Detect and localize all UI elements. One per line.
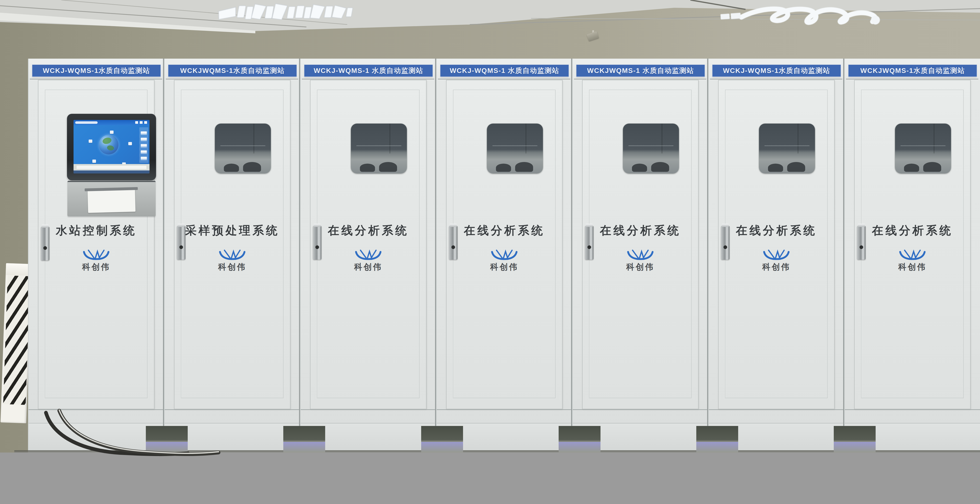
wall-vent-louvers [0, 263, 32, 423]
window-shelf-line [900, 145, 945, 146]
frame-line [30, 79, 162, 79]
base-line [301, 409, 435, 410]
cabinet-7-door: 在线分析系统 科创伟 [854, 80, 970, 409]
water-quality-monitoring-station-room: WCKJ-WQMS-1水质自动监测站 [0, 0, 980, 504]
equipment-silhouette [632, 164, 647, 172]
printer-paper [88, 189, 135, 213]
brand-w-logo-icon [82, 249, 110, 260]
brand-logo-text: 科创伟 [447, 261, 562, 272]
door-handle[interactable] [585, 226, 593, 260]
door-handle[interactable] [721, 226, 730, 260]
nameplate-text: WCKJ-WQMS-1 水质自动监测站 [450, 66, 560, 75]
cabinet-nameplate: WCKJ-WQMS-1水质自动监测站 [713, 65, 841, 76]
printer-slot [67, 181, 156, 216]
sidebar-button [141, 157, 147, 159]
window-reflection [390, 124, 390, 153]
door-handle[interactable] [857, 226, 865, 260]
equipment-silhouette [923, 162, 941, 172]
cabinet-4-online-analyzer: WCKJ-WQMS-1 水质自动监测站 在线分析系统 [436, 59, 572, 453]
ceiling-light-distorted-icon [212, 0, 360, 25]
system-label: 在线分析系统 [447, 223, 562, 238]
door-handle[interactable] [41, 227, 49, 261]
equipment-silhouette [224, 164, 239, 172]
cabinet-nameplate: WCKJ-WQMS-1水质自动监测站 [32, 65, 161, 76]
vent-slats-icon [3, 275, 30, 405]
window-buttons-icon [135, 121, 148, 124]
door-window [623, 124, 679, 173]
brand-logo: 科创伟 [854, 249, 970, 272]
brand-logo-text: 科创伟 [854, 261, 970, 272]
satellite-node-icon [110, 130, 114, 134]
nameplate-text: WCKJ-WQMS-1水质自动监测站 [723, 66, 830, 75]
plinth-opening [558, 426, 600, 453]
frame-line [574, 79, 706, 79]
cabinet-nameplate: WCKJWQMS-1水质自动监测站 [168, 65, 297, 76]
equipment-silhouette [904, 164, 919, 172]
equipment-silhouette [787, 162, 805, 172]
brand-logo: 科创伟 [175, 249, 290, 272]
cabinet-6-door: 在线分析系统 科创伟 [718, 80, 835, 409]
system-label: 水站控制系统 [38, 223, 154, 238]
frame-line [166, 79, 298, 79]
scada-title-text-blob [75, 121, 98, 124]
plinth-opening [834, 426, 876, 453]
scada-main-view [73, 125, 150, 164]
nameplate-text: WCKJWQMS-1水质自动监测站 [180, 66, 285, 75]
nameplate-text: WCKJ-WQMS-1 水质自动监测站 [314, 66, 423, 75]
system-label: 在线分析系统 [854, 223, 970, 238]
brand-logo-text: 科创伟 [175, 261, 290, 272]
plinth-opening [696, 426, 738, 453]
brand-w-logo-icon [762, 249, 790, 260]
scada-taskbar [73, 170, 150, 173]
keyhole-icon [452, 245, 455, 249]
equipment-silhouette [243, 162, 261, 172]
window-shelf-line [220, 145, 265, 146]
power-cables [29, 404, 245, 461]
scada-titlebar [73, 120, 150, 125]
frame-line [302, 79, 434, 79]
satellite-node-icon [92, 159, 96, 163]
door-handle[interactable] [177, 226, 185, 260]
equipment-silhouette [768, 164, 783, 172]
cabinet-nameplate: WCKJWQMS-1 水质自动监测站 [576, 65, 705, 76]
satellite-node-icon [128, 142, 132, 145]
base-line [709, 409, 843, 410]
brand-logo: 科创伟 [719, 249, 834, 272]
cabinet-nameplate: WCKJ-WQMS-1 水质自动监测站 [304, 65, 433, 76]
keyhole-icon [43, 246, 47, 250]
cabinet-3-door: 在线分析系统 科创伟 [310, 80, 426, 409]
cabinet-5-online-analyzer: WCKJWQMS-1 水质自动监测站 在线分析系统 [572, 59, 708, 453]
equipment-silhouette [651, 162, 669, 172]
door-handle[interactable] [313, 226, 321, 260]
keyhole-icon [179, 245, 183, 249]
nameplate-text: WCKJWQMS-1水质自动监测站 [860, 66, 965, 75]
cabinet-1-control-station: WCKJ-WQMS-1水质自动监测站 [28, 59, 164, 453]
brand-w-logo-icon [899, 249, 926, 260]
window-shelf-line [356, 145, 401, 146]
ceiling-light-script-icon [719, 1, 903, 31]
frame-line [438, 79, 570, 79]
nameplate-text: WCKJWQMS-1 水质自动监测站 [587, 66, 694, 75]
door-window [215, 124, 271, 173]
equipment-silhouette [360, 164, 375, 172]
window-shelf-line [765, 145, 809, 146]
cabinet-2-sampling-pretreatment: WCKJWQMS-1水质自动监测站 采样预处理系统 [164, 59, 300, 453]
brand-logo: 科创伟 [447, 249, 562, 272]
door-window [351, 124, 407, 173]
brand-logo-text: 科创伟 [582, 261, 698, 272]
cabinet-1-door: 水站控制系统 科创伟 [38, 80, 154, 409]
window-reflection [934, 124, 934, 153]
base-line [845, 409, 980, 410]
cabinet-6-online-analyzer: WCKJ-WQMS-1水质自动监测站 在线分析系统 [708, 59, 844, 453]
globe-icon [99, 135, 118, 154]
wall-camera-icon [587, 30, 598, 40]
window-reflection [253, 124, 254, 153]
window-shelf-line [628, 145, 673, 146]
scada-statusbar [73, 164, 150, 170]
scada-screen [73, 120, 150, 173]
control-touchscreen[interactable] [67, 114, 156, 180]
door-handle[interactable] [449, 226, 458, 260]
window-shelf-line [492, 145, 537, 146]
equipment-silhouette [496, 164, 511, 172]
brand-w-logo-icon [218, 249, 246, 260]
